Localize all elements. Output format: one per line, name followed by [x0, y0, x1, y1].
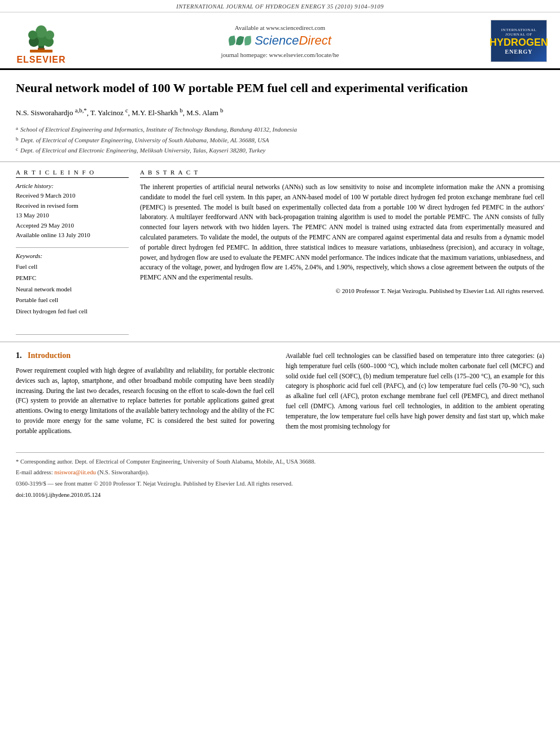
article-info-header: A R T I C L E I N F O [16, 169, 129, 178]
article-title: Neural network model of 100 W portable P… [16, 80, 544, 97]
affil-1: a School of Electrical Engineering and I… [16, 124, 544, 135]
keywords-list: Fuel cell PEMFC Neural network model Por… [16, 261, 129, 317]
hj-h: HYDROGEN [489, 37, 548, 49]
affil-3: c Dept. of Electrical and Electronic Eng… [16, 145, 544, 156]
svg-point-5 [28, 30, 37, 40]
email-address: nsiswora@iit.edu [54, 469, 96, 475]
kw-4: Portable fuel cell [16, 295, 129, 306]
doi-note: doi:10.1016/j.ijhydene.2010.05.124 [16, 491, 544, 500]
issn-note: 0360-3199/$ — see front matter © 2010 Pr… [16, 479, 544, 489]
affil-3-text: Dept. of Electrical and Electronic Engin… [20, 145, 265, 156]
leaf1-icon [228, 36, 237, 46]
affil-sup-a: a [16, 124, 18, 135]
page-header: ELSEVIER Available at www.sciencedirect.… [0, 12, 560, 70]
abstract-column: A B S T R A C T The inherent properties … [140, 169, 544, 335]
article-title-section: Neural network model of 100 W portable P… [0, 70, 560, 162]
email-label: E-mail address: [16, 469, 53, 475]
elsevier-logo-section: ELSEVIER [10, 17, 72, 65]
leaf3-icon [244, 36, 251, 45]
email-name: (N.S. Sisworahardjo). [97, 469, 149, 475]
svg-point-6 [45, 30, 54, 40]
section-1-number: 1. [16, 351, 22, 360]
author-sup-b2: b [220, 107, 223, 113]
article-info-column: A R T I C L E I N F O Article history: R… [16, 169, 129, 335]
body-left-column: 1. Introduction Power requirement couple… [16, 351, 274, 441]
revised-label: Received in revised form [16, 201, 129, 211]
sd-leaves-icon [229, 36, 251, 45]
elsevier-brand-text: ELSEVIER [16, 55, 65, 65]
author-sup-a: a,b,* [75, 107, 87, 113]
page-footer: * Corresponding author. Dept. of Electri… [16, 452, 544, 505]
section-1-title: 1. Introduction [16, 351, 274, 360]
svg-point-4 [36, 25, 47, 38]
affil-2: b Dept. of Electrical of Computer Engine… [16, 135, 544, 146]
kw-3: Neural network model [16, 284, 129, 295]
authors-line: N.S. Sisworahardjo a,b,*, T. Yalcinoz c,… [16, 107, 544, 117]
body-right-column: Available fuel cell technologies can be … [286, 351, 544, 441]
revised-date: 13 May 2010 [16, 211, 129, 221]
kw-1: Fuel cell [16, 261, 129, 273]
affil-sup-b: b [16, 135, 19, 146]
issn-text: 0360-3199/$ — see front matter © 2010 Pr… [16, 480, 293, 487]
journal-homepage-text: journal homepage: www.elsevier.com/locat… [78, 51, 482, 58]
affil-sup-c: c [16, 145, 18, 156]
body-content: 1. Introduction Power requirement couple… [0, 342, 560, 447]
hj-energy: ENERGY [505, 49, 533, 55]
available-at-text: Available at www.sciencedirect.com [78, 24, 482, 31]
affil-2-text: Dept. of Electrical of Computer Engineer… [21, 135, 269, 146]
elsevier-tree-icon [21, 17, 61, 54]
intro-para-left: Power requirement coupled with high degr… [16, 366, 274, 436]
doi-text: doi:10.1016/j.ijhydene.2010.05.124 [16, 492, 100, 498]
journal-bar-text: INTERNATIONAL JOURNAL OF HYDROGEN ENERGY… [176, 3, 383, 10]
svg-rect-7 [38, 48, 45, 50]
abstract-copyright: © 2010 Professor T. Nejat Veziroglu. Pub… [140, 287, 544, 294]
email-note: E-mail address: nsiswora@iit.edu (N.S. S… [16, 468, 544, 478]
author-sup-c: c [125, 107, 128, 113]
accepted-date: Accepted 29 May 2010 [16, 221, 129, 231]
affiliations: a School of Electrical Engineering and I… [16, 124, 544, 156]
journal-bar: INTERNATIONAL JOURNAL OF HYDROGEN ENERGY… [0, 0, 560, 12]
author-names: N.S. Sisworahardjo a,b,*, T. Yalcinoz c,… [16, 108, 224, 117]
kw-2: PEMFC [16, 273, 129, 284]
abstract-text: The inherent properties of artificial ne… [140, 182, 544, 283]
intro-para-right: Available fuel cell technologies can be … [286, 351, 544, 432]
sciencedirect-logo: ScienceDirect [78, 33, 482, 48]
hj-line1: International Journal of [493, 28, 544, 37]
available-date: Available online 13 July 2010 [16, 230, 129, 241]
sciencedirect-section: Available at www.sciencedirect.com Scien… [72, 24, 488, 58]
corresponding-text: * Corresponding author. Dept. of Electri… [16, 458, 316, 465]
received-date: Received 9 March 2010 [16, 191, 129, 201]
leaf2-icon [236, 36, 244, 46]
keywords-section: Keywords: Fuel cell PEMFC Neural network… [16, 252, 129, 317]
kw-5: Direct hydrogen fed fuel cell [16, 306, 129, 317]
keywords-label: Keywords: [16, 252, 129, 259]
history-label: Article history: [16, 182, 129, 189]
author-sup-b: b [180, 107, 182, 113]
article-dates: Received 9 March 2010 Received in revise… [16, 191, 129, 241]
corresponding-author-note: * Corresponding author. Dept. of Electri… [16, 457, 544, 467]
svg-rect-9 [30, 50, 53, 53]
affil-1-text: School of Electrical Engineering and Inf… [20, 124, 297, 135]
section-1-name: Introduction [28, 351, 71, 360]
hydrogen-journal-cover: International Journal of HYDROGEN ENERGY [488, 20, 550, 62]
article-info-abstract: A R T I C L E I N F O Article history: R… [0, 162, 560, 342]
sciencedirect-brand: ScienceDirect [255, 33, 331, 48]
abstract-header: A B S T R A C T [140, 169, 544, 178]
